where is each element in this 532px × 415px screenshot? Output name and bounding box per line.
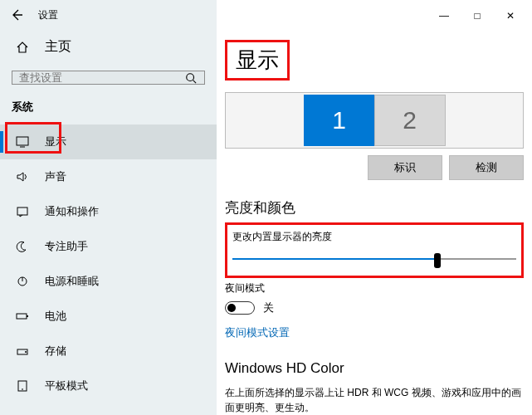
sidebar-item-multitask[interactable]: 多任务处理: [0, 403, 217, 415]
toggle-state-label: 关: [263, 300, 274, 315]
moon-icon: [15, 241, 30, 252]
sidebar-item-label: 专注助手: [45, 239, 88, 254]
back-arrow-icon: [10, 8, 23, 22]
power-icon: [15, 276, 30, 287]
sidebar-item-label: 平板模式: [45, 378, 88, 393]
minimize-button[interactable]: —: [437, 10, 451, 22]
detect-button[interactable]: 检测: [449, 155, 524, 180]
slider-thumb[interactable]: [434, 253, 441, 268]
home-label: 主页: [45, 38, 71, 56]
close-button[interactable]: ✕: [504, 10, 517, 22]
monitor-2[interactable]: 2: [374, 95, 446, 146]
sidebar-item-label: 存储: [45, 344, 66, 359]
identify-button[interactable]: 标识: [368, 155, 442, 180]
home-icon: [15, 41, 30, 54]
sidebar-item-label: 电池: [45, 309, 66, 324]
night-mode-toggle[interactable]: [225, 301, 255, 315]
search-input[interactable]: [12, 71, 178, 84]
maximize-button[interactable]: □: [471, 10, 484, 22]
hd-color-desc: 在上面所选择的显示器上让 HDR 和 WCG 视频、游戏和应用中的画面更明亮、更…: [225, 385, 524, 415]
back-button[interactable]: [8, 7, 25, 23]
title-bar: 设置: [0, 0, 217, 27]
svg-point-0: [187, 73, 194, 81]
page-title: 显示: [225, 40, 290, 81]
svg-line-1: [193, 80, 197, 83]
window-title: 设置: [38, 8, 58, 22]
battery-icon: [15, 310, 30, 322]
hd-color-title: Windows HD Color: [225, 360, 524, 377]
sidebar-item-label: 显示: [45, 134, 66, 149]
window-controls: — □ ✕: [225, 10, 524, 22]
monitor-arrangement[interactable]: 1 2: [225, 92, 524, 149]
sidebar-item-battery[interactable]: 电池: [0, 299, 217, 334]
category-label: 系统: [0, 93, 217, 124]
home-nav[interactable]: 主页: [0, 27, 217, 66]
sidebar-item-sound[interactable]: 声音: [0, 159, 217, 194]
svg-rect-8: [27, 315, 28, 317]
notify-icon: [15, 206, 30, 217]
brightness-section-title: 亮度和颜色: [225, 198, 524, 217]
night-mode-label: 夜间模式: [225, 281, 524, 295]
svg-rect-2: [17, 137, 28, 145]
slider-fill: [232, 258, 437, 260]
sidebar-item-storage[interactable]: 存储: [0, 334, 217, 369]
sidebar-item-tablet[interactable]: 平板模式: [0, 369, 217, 403]
sound-icon: [15, 171, 30, 183]
sidebar-item-notifications[interactable]: 通知和操作: [0, 194, 217, 229]
monitor-1[interactable]: 1: [304, 95, 375, 146]
sidebar-item-display[interactable]: 显示: [0, 124, 217, 159]
brightness-label: 更改内置显示器的亮度: [232, 230, 516, 244]
svg-point-10: [25, 351, 27, 353]
main-panel: — □ ✕ 显示 1 2 标识 检测 亮度和颜色 更改内置显示器的亮度 夜间模式…: [217, 0, 532, 415]
brightness-slider[interactable]: [232, 252, 516, 266]
sidebar-item-power[interactable]: 电源和睡眠: [0, 264, 217, 299]
search-box[interactable]: [12, 71, 205, 85]
svg-rect-4: [17, 208, 27, 215]
monitor-icon: [15, 136, 30, 148]
sidebar-item-label: 声音: [45, 169, 66, 184]
search-icon: [178, 72, 204, 84]
sidebar-item-label: 通知和操作: [45, 204, 99, 219]
storage-icon: [15, 345, 30, 357]
annotation-box: 更改内置显示器的亮度: [225, 222, 524, 278]
svg-rect-7: [17, 314, 27, 319]
night-mode-settings-link[interactable]: 夜间模式设置: [225, 325, 524, 340]
sidebar-item-label: 电源和睡眠: [45, 274, 99, 289]
settings-sidebar: 设置 主页 系统 显示 声音 通知和操作 专注助手 电源和睡眠 电池: [0, 0, 217, 415]
sidebar-item-focus[interactable]: 专注助手: [0, 229, 217, 264]
tablet-icon: [15, 380, 30, 392]
